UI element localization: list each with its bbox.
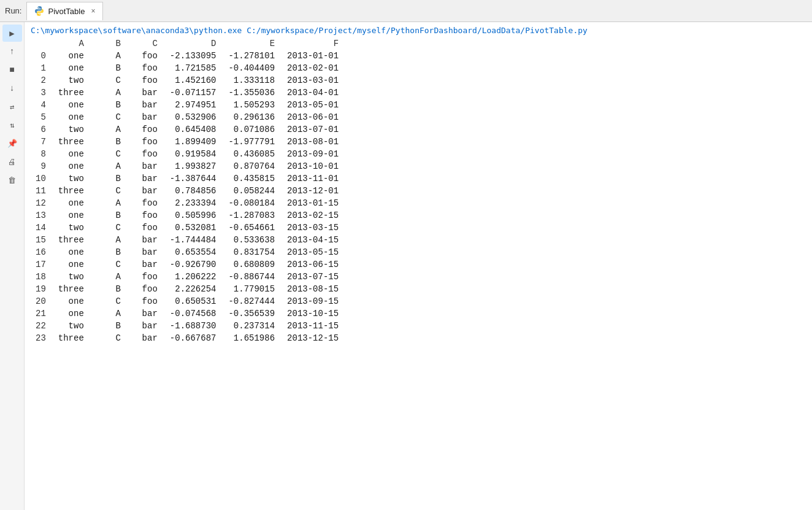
table-row: 22twoBbar-1.6887300.2373142013-11-15 [31,320,346,332]
cell-A: two [53,320,91,332]
cell-E: 1.333118 [223,74,282,87]
cell-B: B [91,172,128,185]
cell-C: bar [128,99,165,111]
cell-D: -2.133095 [165,50,224,62]
sort-button[interactable]: ⇅ [2,117,22,134]
pivot-table-tab[interactable]: PivotTable × [26,2,103,20]
cell-A: one [53,246,91,258]
cell-F: 2013-04-01 [282,87,346,99]
cell-F: 2013-11-01 [282,172,346,185]
cell-B: A [91,123,128,136]
cell-idx: 9 [31,160,53,172]
cell-C: foo [128,197,165,209]
cell-D: 2.226254 [165,283,224,295]
up-button[interactable]: ↑ [2,43,22,60]
stop-button[interactable]: ■ [2,61,22,79]
cell-D: -1.387644 [165,172,224,185]
run-button[interactable]: ▶ [2,25,22,42]
cell-F: 2013-05-15 [282,246,346,258]
print-button[interactable]: 🖨 [2,153,22,171]
col-header-E: E [223,37,282,50]
cell-idx: 8 [31,148,53,160]
cell-E: 1.651986 [223,332,282,344]
cell-B: B [91,246,128,258]
cell-D: -1.688730 [165,320,224,332]
cell-E: -1.977791 [223,136,282,148]
table-row: 14twoCfoo0.532081-0.6546612013-03-15 [31,222,346,234]
cell-idx: 0 [31,50,53,62]
cell-idx: 13 [31,209,53,222]
data-table: A B C D E F 0oneAfoo-2.133095-1.27810120… [31,37,346,344]
cell-B: A [91,271,128,283]
cell-E: -0.404409 [223,62,282,74]
cell-D: 1.721585 [165,62,224,74]
col-header-A: A [53,37,91,50]
col-header-index [31,37,53,50]
cell-A: three [53,332,91,344]
cell-C: bar [128,246,165,258]
cell-E: -0.886744 [223,271,282,283]
cell-A: one [53,160,91,172]
cell-F: 2013-09-15 [282,295,346,307]
cell-idx: 22 [31,320,53,332]
cell-E: 0.533638 [223,234,282,246]
cell-E: 1.779015 [223,283,282,295]
cell-F: 2013-04-15 [282,234,346,246]
cell-C: bar [128,172,165,185]
cell-C: bar [128,160,165,172]
down-button[interactable]: ↓ [2,80,22,97]
col-header-C: C [128,37,165,50]
cell-C: foo [128,222,165,234]
cell-A: one [53,307,91,320]
cell-D: 0.505996 [165,209,224,222]
table-row: 19threeBfoo2.2262541.7790152013-08-15 [31,283,346,295]
cell-E: -0.654661 [223,222,282,234]
cell-C: foo [128,295,165,307]
cell-D: 2.974951 [165,99,224,111]
cell-F: 2013-07-15 [282,271,346,283]
cell-D: -0.071157 [165,87,224,99]
table-row: 23threeCbar-0.6676871.6519862013-12-15 [31,332,346,344]
cell-F: 2013-12-01 [282,185,346,197]
cell-idx: 20 [31,295,53,307]
data-table-container[interactable]: A B C D E F 0oneAfoo-2.133095-1.27810120… [25,37,812,510]
cell-B: A [91,197,128,209]
table-row: 20oneCfoo0.650531-0.8274442013-09-15 [31,295,346,307]
cell-D: -1.744484 [165,234,224,246]
cell-B: B [91,283,128,295]
cell-D: -0.667687 [165,332,224,344]
cell-idx: 15 [31,234,53,246]
cell-C: foo [128,271,165,283]
cell-D: 0.532081 [165,222,224,234]
cell-D: 1.452160 [165,74,224,87]
pin-button[interactable]: 📌 [2,135,22,152]
cell-B: C [91,222,128,234]
col-header-D: D [165,37,224,50]
cell-F: 2013-01-01 [282,50,346,62]
table-row: 17oneCbar-0.9267900.6808092013-06-15 [31,258,346,271]
table-row: 18twoAfoo1.206222-0.8867442013-07-15 [31,271,346,283]
cell-C: foo [128,74,165,87]
tab-close-button[interactable]: × [91,7,95,15]
table-row: 8oneCfoo0.9195840.4360852013-09-01 [31,148,346,160]
cell-B: A [91,87,128,99]
table-row: 11threeCbar0.7848560.0582442013-12-01 [31,185,346,197]
cell-E: 0.237314 [223,320,282,332]
cell-A: one [53,148,91,160]
delete-button[interactable]: 🗑 [2,172,22,189]
cell-A: two [53,271,91,283]
cell-idx: 14 [31,222,53,234]
cell-idx: 10 [31,172,53,185]
cell-B: B [91,209,128,222]
cell-idx: 12 [31,197,53,209]
cell-D: 0.653554 [165,246,224,258]
cell-C: bar [128,320,165,332]
table-row: 16oneBbar0.6535540.8317542013-05-15 [31,246,346,258]
cell-B: A [91,234,128,246]
cell-C: foo [128,62,165,74]
cell-C: bar [128,111,165,123]
cell-F: 2013-03-01 [282,74,346,87]
cell-D: 0.650531 [165,295,224,307]
cell-E: 0.680809 [223,258,282,271]
rerun-button[interactable]: ⇄ [2,98,22,115]
